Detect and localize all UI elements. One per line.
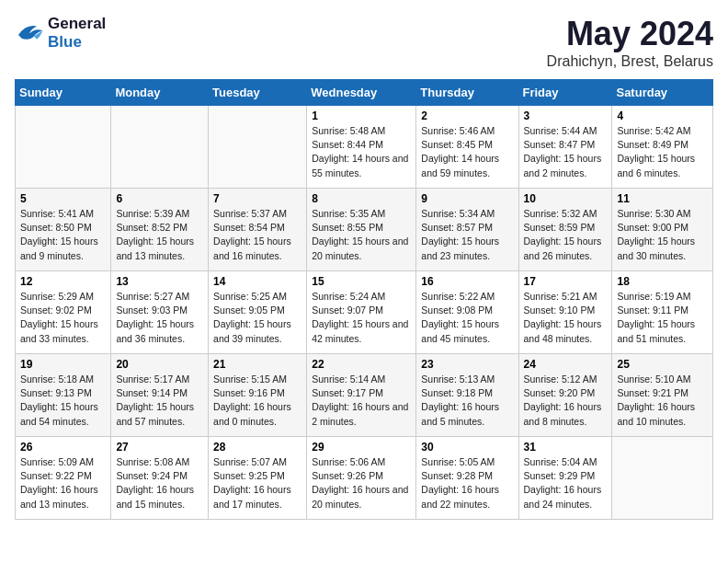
day-info: Sunrise: 5:04 AMSunset: 9:29 PMDaylight:… xyxy=(524,455,608,511)
header-row: SundayMondayTuesdayWednesdayThursdayFrid… xyxy=(16,80,713,106)
day-info: Sunrise: 5:34 AMSunset: 8:57 PMDaylight:… xyxy=(421,207,513,263)
day-info: Sunrise: 5:39 AMSunset: 8:52 PMDaylight:… xyxy=(116,207,203,263)
day-info: Sunrise: 5:48 AMSunset: 8:44 PMDaylight:… xyxy=(312,124,411,180)
day-info: Sunrise: 5:06 AMSunset: 9:26 PMDaylight:… xyxy=(312,455,411,511)
day-number: 21 xyxy=(213,358,301,371)
day-cell: 14Sunrise: 5:25 AMSunset: 9:05 PMDayligh… xyxy=(209,271,307,354)
day-cell xyxy=(209,106,307,189)
day-cell: 15Sunrise: 5:24 AMSunset: 9:07 PMDayligh… xyxy=(307,271,416,354)
logo-text: General Blue xyxy=(48,15,106,51)
day-cell: 18Sunrise: 5:19 AMSunset: 9:11 PMDayligh… xyxy=(612,271,713,354)
day-number: 16 xyxy=(421,275,513,288)
day-cell xyxy=(111,106,209,189)
day-info: Sunrise: 5:07 AMSunset: 9:25 PMDaylight:… xyxy=(213,455,301,511)
title-area: May 2024 Drahichyn, Brest, Belarus xyxy=(547,15,713,70)
day-number: 25 xyxy=(617,358,708,371)
day-number: 11 xyxy=(617,192,708,205)
day-info: Sunrise: 5:46 AMSunset: 8:45 PMDaylight:… xyxy=(421,124,513,180)
col-header-thursday: Thursday xyxy=(416,80,518,106)
day-info: Sunrise: 5:17 AMSunset: 9:14 PMDaylight:… xyxy=(116,373,203,429)
day-cell: 2Sunrise: 5:46 AMSunset: 8:45 PMDaylight… xyxy=(416,106,518,189)
day-number: 17 xyxy=(524,275,608,288)
day-number: 23 xyxy=(421,358,513,371)
day-number: 19 xyxy=(20,358,106,371)
day-info: Sunrise: 5:44 AMSunset: 8:47 PMDaylight:… xyxy=(524,124,608,180)
day-cell: 22Sunrise: 5:14 AMSunset: 9:17 PMDayligh… xyxy=(307,354,416,437)
day-info: Sunrise: 5:41 AMSunset: 8:50 PMDaylight:… xyxy=(20,207,106,263)
day-cell: 1Sunrise: 5:48 AMSunset: 8:44 PMDaylight… xyxy=(307,106,416,189)
logo: General Blue xyxy=(15,15,106,51)
day-number: 8 xyxy=(312,192,411,205)
day-info: Sunrise: 5:29 AMSunset: 9:02 PMDaylight:… xyxy=(20,290,106,346)
day-cell: 30Sunrise: 5:05 AMSunset: 9:28 PMDayligh… xyxy=(416,437,518,520)
day-cell: 25Sunrise: 5:10 AMSunset: 9:21 PMDayligh… xyxy=(612,354,713,437)
week-row-1: 1Sunrise: 5:48 AMSunset: 8:44 PMDaylight… xyxy=(16,106,713,189)
logo-icon xyxy=(15,20,44,46)
day-number: 29 xyxy=(312,441,411,454)
day-number: 28 xyxy=(213,441,301,454)
day-number: 5 xyxy=(20,192,106,205)
day-info: Sunrise: 5:19 AMSunset: 9:11 PMDaylight:… xyxy=(617,290,708,346)
day-number: 31 xyxy=(524,441,608,454)
day-info: Sunrise: 5:22 AMSunset: 9:08 PMDaylight:… xyxy=(421,290,513,346)
day-info: Sunrise: 5:08 AMSunset: 9:24 PMDaylight:… xyxy=(116,455,203,511)
col-header-monday: Monday xyxy=(111,80,209,106)
day-info: Sunrise: 5:35 AMSunset: 8:55 PMDaylight:… xyxy=(312,207,411,263)
day-info: Sunrise: 5:32 AMSunset: 8:59 PMDaylight:… xyxy=(524,207,608,263)
day-cell: 4Sunrise: 5:42 AMSunset: 8:49 PMDaylight… xyxy=(612,106,713,189)
day-info: Sunrise: 5:09 AMSunset: 9:22 PMDaylight:… xyxy=(20,455,106,511)
day-cell: 12Sunrise: 5:29 AMSunset: 9:02 PMDayligh… xyxy=(16,271,111,354)
week-row-5: 26Sunrise: 5:09 AMSunset: 9:22 PMDayligh… xyxy=(16,437,713,520)
day-cell xyxy=(612,437,713,520)
day-info: Sunrise: 5:13 AMSunset: 9:18 PMDaylight:… xyxy=(421,373,513,429)
day-number: 4 xyxy=(617,109,708,122)
week-row-3: 12Sunrise: 5:29 AMSunset: 9:02 PMDayligh… xyxy=(16,271,713,354)
day-info: Sunrise: 5:42 AMSunset: 8:49 PMDaylight:… xyxy=(617,124,708,180)
day-info: Sunrise: 5:21 AMSunset: 9:10 PMDaylight:… xyxy=(524,290,608,346)
day-cell: 16Sunrise: 5:22 AMSunset: 9:08 PMDayligh… xyxy=(416,271,518,354)
col-header-friday: Friday xyxy=(518,80,612,106)
day-number: 30 xyxy=(421,441,513,454)
calendar-table: SundayMondayTuesdayWednesdayThursdayFrid… xyxy=(15,79,713,520)
day-number: 3 xyxy=(524,109,608,122)
day-info: Sunrise: 5:25 AMSunset: 9:05 PMDaylight:… xyxy=(213,290,301,346)
day-cell: 5Sunrise: 5:41 AMSunset: 8:50 PMDaylight… xyxy=(16,189,111,271)
day-cell: 6Sunrise: 5:39 AMSunset: 8:52 PMDaylight… xyxy=(111,189,209,271)
day-cell: 9Sunrise: 5:34 AMSunset: 8:57 PMDaylight… xyxy=(416,189,518,271)
col-header-saturday: Saturday xyxy=(612,80,713,106)
day-number: 9 xyxy=(421,192,513,205)
week-row-2: 5Sunrise: 5:41 AMSunset: 8:50 PMDaylight… xyxy=(16,189,713,271)
col-header-wednesday: Wednesday xyxy=(307,80,416,106)
day-cell: 21Sunrise: 5:15 AMSunset: 9:16 PMDayligh… xyxy=(209,354,307,437)
day-cell: 7Sunrise: 5:37 AMSunset: 8:54 PMDaylight… xyxy=(209,189,307,271)
day-cell: 27Sunrise: 5:08 AMSunset: 9:24 PMDayligh… xyxy=(111,437,209,520)
col-header-sunday: Sunday xyxy=(16,80,111,106)
day-number: 12 xyxy=(20,275,106,288)
day-number: 13 xyxy=(116,275,203,288)
day-number: 14 xyxy=(213,275,301,288)
day-number: 1 xyxy=(312,109,411,122)
day-cell: 23Sunrise: 5:13 AMSunset: 9:18 PMDayligh… xyxy=(416,354,518,437)
day-cell: 17Sunrise: 5:21 AMSunset: 9:10 PMDayligh… xyxy=(518,271,612,354)
day-cell: 8Sunrise: 5:35 AMSunset: 8:55 PMDaylight… xyxy=(307,189,416,271)
location: Drahichyn, Brest, Belarus xyxy=(547,53,713,70)
day-number: 15 xyxy=(312,275,411,288)
day-cell: 20Sunrise: 5:17 AMSunset: 9:14 PMDayligh… xyxy=(111,354,209,437)
day-cell: 24Sunrise: 5:12 AMSunset: 9:20 PMDayligh… xyxy=(518,354,612,437)
day-number: 6 xyxy=(116,192,203,205)
day-cell xyxy=(16,106,111,189)
day-info: Sunrise: 5:14 AMSunset: 9:17 PMDaylight:… xyxy=(312,373,411,429)
day-info: Sunrise: 5:18 AMSunset: 9:13 PMDaylight:… xyxy=(20,373,106,429)
day-cell: 11Sunrise: 5:30 AMSunset: 9:00 PMDayligh… xyxy=(612,189,713,271)
day-cell: 10Sunrise: 5:32 AMSunset: 8:59 PMDayligh… xyxy=(518,189,612,271)
day-info: Sunrise: 5:30 AMSunset: 9:00 PMDaylight:… xyxy=(617,207,708,263)
day-number: 7 xyxy=(213,192,301,205)
day-number: 20 xyxy=(116,358,203,371)
day-cell: 13Sunrise: 5:27 AMSunset: 9:03 PMDayligh… xyxy=(111,271,209,354)
month-title: May 2024 xyxy=(547,15,713,53)
page-header: General Blue May 2024 Drahichyn, Brest, … xyxy=(15,15,713,70)
day-info: Sunrise: 5:27 AMSunset: 9:03 PMDaylight:… xyxy=(116,290,203,346)
day-cell: 29Sunrise: 5:06 AMSunset: 9:26 PMDayligh… xyxy=(307,437,416,520)
day-info: Sunrise: 5:05 AMSunset: 9:28 PMDaylight:… xyxy=(421,455,513,511)
day-number: 22 xyxy=(312,358,411,371)
